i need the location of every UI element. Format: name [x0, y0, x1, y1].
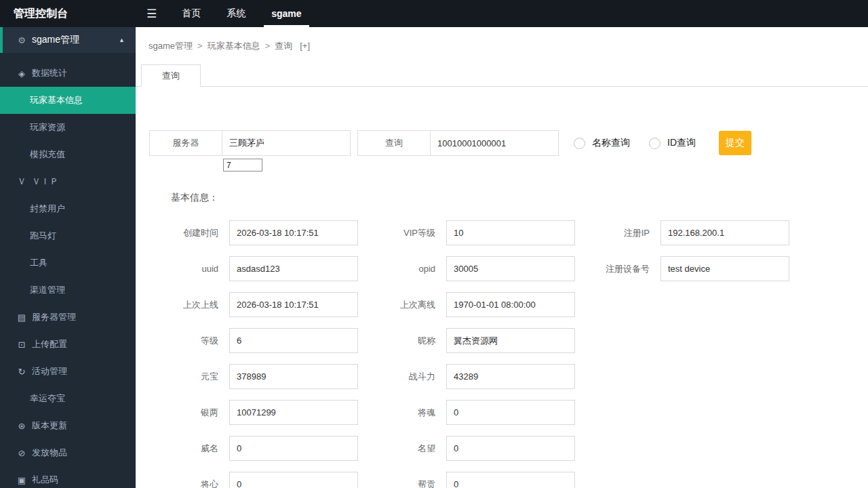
field-label-general-soul: 将魂 — [369, 400, 435, 425]
topnav-home[interactable]: 首页 — [169, 0, 214, 27]
field-input-silver[interactable] — [229, 400, 358, 425]
sidebar-item-player-resources[interactable]: 玩家资源 — [0, 114, 136, 141]
form-field-combat-power: 战斗力 — [358, 364, 575, 389]
sidebar-item-label: 渠道管理 — [30, 284, 65, 296]
radio-circle-icon[interactable] — [649, 138, 660, 149]
topnav-system[interactable]: 系统 — [214, 0, 258, 27]
query-label: 查询 — [357, 130, 431, 156]
form-field-silver: 银两 — [170, 400, 358, 425]
sidebar-item-label: 服务器管理 — [32, 311, 76, 323]
breadcrumb-add[interactable]: [+] — [300, 41, 310, 51]
sidebar-item-upload-config[interactable]: ⊡上传配置 — [0, 331, 136, 358]
detail-grid: 创建时间VIP等级注册IPuuidopid注册设备号上次上线上次离线等级昵称元宝… — [170, 220, 868, 488]
topnav-sgame[interactable]: sgame — [258, 0, 314, 27]
sgame-admin-icon: ⚙ — [15, 35, 28, 45]
sidebar-item-marquee[interactable]: 跑马灯 — [0, 222, 136, 249]
sidebar-item-server-mgmt[interactable]: ▤服务器管理 — [0, 304, 136, 331]
server-id-input[interactable] — [223, 159, 262, 171]
server-field-group: 服务器 — [149, 130, 351, 171]
field-label-yuanbao: 元宝 — [170, 364, 218, 389]
sidebar-item-label: ＶＩＰ — [32, 176, 58, 188]
field-input-uuid[interactable] — [229, 256, 358, 281]
sidebar-menu: ⚙sgame管理▲◈数据统计玩家基本信息玩家资源模拟充值ＶＶＩＰ封禁用户跑马灯工… — [0, 27, 136, 488]
sidebar-item-player-basic-info[interactable]: 玩家基本信息 — [0, 87, 136, 114]
sidebar-item-sgame-admin[interactable]: ⚙sgame管理▲ — [0, 27, 136, 53]
form-row: 上次上线上次离线 — [170, 292, 868, 317]
sidebar-item-tools[interactable]: 工具 — [0, 249, 136, 277]
field-label-combat-power: 战斗力 — [369, 364, 435, 389]
tab-query[interactable]: 查询 — [141, 64, 201, 87]
field-input-created-time[interactable] — [229, 220, 358, 245]
field-label-level: 等级 — [170, 328, 218, 353]
form-row: 威名名望 — [170, 436, 868, 461]
sidebar-item-label: 玩家基本信息 — [30, 94, 83, 106]
field-input-nickname[interactable] — [446, 328, 575, 353]
form-field-prestige: 威名 — [170, 436, 358, 461]
content-area: 服务器 查询 名称查询ID查询 提交 基本信息： 创建时间VIP等级注册IPuu… — [136, 130, 868, 488]
field-input-register-device[interactable] — [660, 256, 789, 281]
query-input[interactable] — [431, 130, 559, 156]
field-input-fame[interactable] — [446, 436, 575, 461]
field-label-register-device: 注册设备号 — [586, 256, 650, 281]
sidebar-item-vip[interactable]: ＶＶＩＰ — [0, 168, 136, 195]
breadcrumb: sgame管理>玩家基本信息>查询[+] — [136, 27, 868, 64]
sidebar-toggle-icon[interactable]: ☰ — [136, 0, 169, 27]
sidebar-item-label: 数据统计 — [32, 67, 67, 79]
topbar: 管理控制台 ☰ 首页系统sgame — [0, 0, 868, 27]
field-input-prestige[interactable] — [229, 436, 358, 461]
radio-label: 名称查询 — [592, 137, 630, 149]
radio-circle-icon[interactable] — [574, 138, 585, 149]
sidebar-item-version-update[interactable]: ⊛版本更新 — [0, 412, 136, 439]
breadcrumb-item[interactable]: sgame管理 — [149, 40, 193, 52]
upload-config-icon: ⊡ — [15, 340, 28, 350]
breadcrumb-separator: > — [197, 41, 203, 51]
sidebar-item-gift-code[interactable]: ▣礼品码 — [0, 466, 136, 488]
form-row: 银两将魂 — [170, 400, 868, 425]
sidebar-item-data-stats[interactable]: ◈数据统计 — [0, 60, 136, 87]
field-input-register-ip[interactable] — [660, 220, 789, 245]
field-input-combat-power[interactable] — [446, 364, 575, 389]
data-stats-icon: ◈ — [15, 68, 28, 79]
sidebar-item-lucky-draw[interactable]: 幸运夺宝 — [0, 385, 136, 412]
field-input-last-offline[interactable] — [446, 292, 575, 317]
field-input-vip-level[interactable] — [446, 220, 575, 245]
sidebar: ⚙sgame管理▲◈数据统计玩家基本信息玩家资源模拟充值ＶＶＩＰ封禁用户跑马灯工… — [0, 27, 136, 488]
field-label-guild-contribution: 帮贡 — [369, 472, 435, 488]
field-label-general-heart: 将心 — [170, 472, 218, 488]
query-group: 查询 — [357, 130, 559, 156]
radio-name-query[interactable]: 名称查询 — [574, 137, 630, 149]
form-row: 将心帮贡 — [170, 472, 868, 488]
sidebar-item-activity-mgmt[interactable]: ↻活动管理 — [0, 358, 136, 385]
submit-button[interactable]: 提交 — [719, 131, 751, 155]
field-input-general-soul[interactable] — [446, 400, 575, 425]
radio-group: 名称查询ID查询 — [574, 137, 715, 149]
breadcrumb-item[interactable]: 查询 — [275, 40, 292, 52]
form-field-register-device: 注册设备号 — [575, 256, 789, 281]
field-input-last-online[interactable] — [229, 292, 358, 317]
field-input-general-heart[interactable] — [229, 472, 358, 488]
form-field-yuanbao: 元宝 — [170, 364, 358, 389]
sidebar-item-channel-mgmt[interactable]: 渠道管理 — [0, 277, 136, 304]
field-label-uuid: uuid — [170, 256, 218, 281]
sidebar-item-label: 活动管理 — [32, 365, 67, 378]
server-input[interactable] — [222, 130, 351, 156]
sidebar-item-label: 上传配置 — [32, 338, 67, 350]
form-field-guild-contribution: 帮贡 — [358, 472, 575, 488]
sidebar-item-grant-items[interactable]: ⊘发放物品 — [0, 439, 136, 466]
field-input-level[interactable] — [229, 328, 358, 353]
field-input-yuanbao[interactable] — [229, 364, 358, 389]
form-field-general-heart: 将心 — [170, 472, 358, 488]
sidebar-item-label: 封禁用户 — [30, 203, 65, 215]
breadcrumb-item[interactable]: 玩家基本信息 — [208, 40, 260, 52]
field-input-guild-contribution[interactable] — [446, 472, 575, 488]
sidebar-item-label: 发放物品 — [32, 447, 67, 459]
field-label-prestige: 威名 — [170, 436, 218, 461]
sidebar-item-label: 模拟充值 — [30, 148, 65, 161]
radio-id-query[interactable]: ID查询 — [649, 137, 696, 149]
field-label-silver: 银两 — [170, 400, 218, 425]
sidebar-item-mock-recharge[interactable]: 模拟充值 — [0, 141, 136, 168]
form-field-last-online: 上次上线 — [170, 292, 358, 317]
vip-icon: Ｖ — [15, 176, 28, 188]
field-input-opid[interactable] — [446, 256, 575, 281]
sidebar-item-ban-users[interactable]: 封禁用户 — [0, 195, 136, 222]
